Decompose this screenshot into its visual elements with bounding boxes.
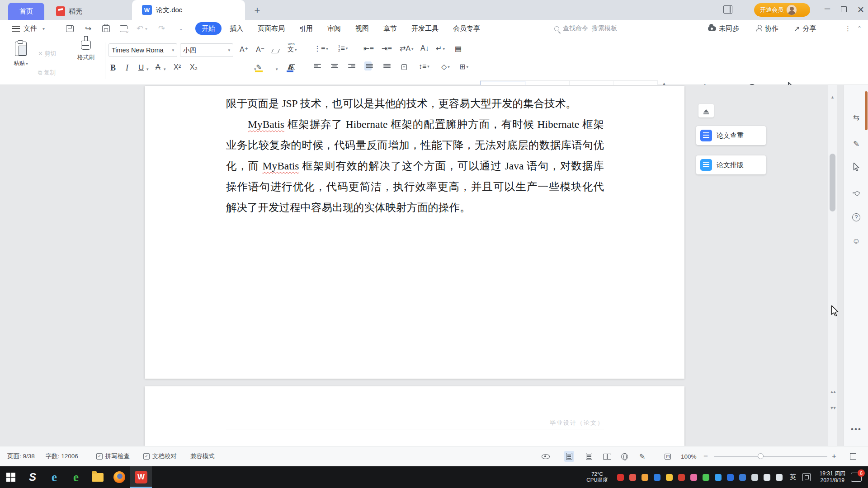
document-line[interactable]: 限于页面是 JSP 技术，也可以是其他的技术，更容易大型开发的集合技术。 (226, 93, 604, 114)
paragraph-layout-button[interactable]: ≡ (401, 64, 407, 70)
command-search-box[interactable]: 查找命令 搜索模板 (554, 20, 617, 37)
zoom-value[interactable]: 100% (681, 453, 697, 460)
undo-button[interactable]: ↶▾ (137, 20, 147, 37)
align-left-button[interactable] (314, 62, 321, 70)
member-badge[interactable]: 开通会员 (754, 3, 810, 17)
tray-bluetooth-icon[interactable] (739, 474, 746, 481)
tab-docer[interactable]: 稻壳 (49, 3, 117, 20)
minimize-button[interactable]: ─ (822, 5, 833, 14)
paper-layout-button[interactable]: 论文排版 (696, 155, 766, 174)
ribbon-tab-引用[interactable]: 引用 (293, 22, 319, 35)
taskbar-wps-active[interactable]: W (130, 466, 152, 488)
file-menu[interactable]: 文件 ▾ (12, 20, 45, 37)
start-button[interactable] (0, 466, 22, 488)
collaborate-button[interactable]: 协作 (756, 20, 778, 37)
document-page-2[interactable]: 毕业设计（论文） (145, 386, 684, 446)
document-line[interactable]: MyBatis 框架摒弃了 Hibernate 框架的配置臃肿方面，有时候 Hi… (226, 114, 604, 135)
tray-power-icon[interactable] (751, 474, 758, 481)
sync-status-button[interactable]: 未同步 (708, 20, 739, 37)
taskbar-clock[interactable]: 19:31 周四 2021/8/19 (820, 470, 845, 484)
increase-indent-button[interactable]: ⇥≡ (382, 44, 392, 53)
borders-button[interactable]: ⊞▾ (459, 62, 468, 71)
tray-manager-orange-icon[interactable] (642, 474, 648, 481)
print-preview-button[interactable] (120, 20, 127, 37)
taskbar-internet-explorer[interactable]: e (43, 466, 65, 488)
tab-document[interactable]: W 论文.doc (132, 0, 245, 20)
subscript-button[interactable]: X₂ (190, 63, 198, 71)
sticker-button[interactable]: ☺ (844, 237, 868, 246)
paper-check-button[interactable]: 论文查重 (696, 126, 766, 145)
read-view-button[interactable] (601, 452, 613, 461)
tray-wechat-green-icon[interactable] (703, 474, 709, 481)
document-line[interactable]: 业务比较复杂的时候，代码量反而增加，性能下降，无法对底层的数据库语句优 (226, 135, 604, 155)
align-center-button[interactable] (331, 62, 338, 70)
tab-home[interactable]: 首页 (8, 3, 44, 20)
bold-button[interactable]: B (110, 63, 116, 73)
decrease-indent-button[interactable]: ⇤≡ (363, 44, 374, 53)
redo-button[interactable]: ↷ (158, 20, 165, 37)
tray-update-red-icon[interactable] (678, 474, 685, 481)
page-view-button[interactable] (564, 451, 574, 462)
show-marks-button[interactable]: ↵▾ (436, 44, 445, 53)
cpu-temperature[interactable]: 72°C CPU温度 (586, 471, 608, 483)
ribbon-tab-视图[interactable]: 视图 (349, 22, 375, 35)
notification-center-button[interactable]: 6 (851, 473, 862, 482)
tray-bell-yellow-icon[interactable] (666, 474, 673, 481)
align-right-button[interactable] (348, 62, 355, 70)
shading-button[interactable]: ◇▾ (441, 62, 450, 71)
more-options-button[interactable]: ⋮ (844, 20, 851, 37)
save-button[interactable] (66, 20, 74, 37)
touch-keyboard-icon[interactable] (802, 473, 811, 481)
spellcheck-toggle[interactable]: ✓ 拼写检查 (96, 452, 130, 460)
font-size-select[interactable]: 小四▾ (180, 43, 233, 57)
interface-layout-icon[interactable] (723, 5, 732, 14)
tab-ruler-button[interactable]: ▤ (455, 44, 462, 53)
page-indicator[interactable]: 页面: 9/38 (7, 452, 35, 460)
panel-collapse-button[interactable] (698, 104, 714, 117)
ribbon-tab-会员专享[interactable]: 会员专享 (447, 22, 486, 35)
scrollbar-thumb[interactable] (830, 154, 835, 211)
new-tab-button[interactable]: + (251, 5, 263, 16)
document-line[interactable]: 操作语句进行优化，代码更简洁，执行效率更高，并且可以生产一些模块化代码， (226, 176, 604, 197)
taskbar-browser-green[interactable]: e (65, 466, 87, 488)
align-distribute-button[interactable] (383, 62, 391, 70)
tray-network-icon[interactable] (764, 474, 770, 481)
scroll-up-icon[interactable]: ▲ (829, 92, 836, 102)
eye-protect-button[interactable] (542, 454, 550, 459)
document-line[interactable]: 解决了开发过程中容易出现的实体映射方面的操作。 (226, 197, 604, 218)
send-to-device-button[interactable]: ⇆ (844, 113, 868, 122)
taskbar-firefox[interactable] (108, 466, 130, 488)
pinyin-guide-button[interactable]: wén文▾ (288, 46, 297, 54)
proofread-toggle[interactable]: ✓ 文档校对 (143, 452, 177, 460)
zoom-in-button[interactable]: + (832, 452, 836, 461)
tray-security-red-icon[interactable] (617, 474, 624, 481)
underline-button[interactable]: U (138, 63, 144, 72)
line-spacing-button[interactable]: ↕≡▾ (419, 62, 429, 70)
close-button[interactable]: ✕ (855, 5, 866, 15)
word-count[interactable]: 字数: 12006 (46, 452, 78, 460)
print-button[interactable] (102, 20, 110, 37)
collapse-ribbon-button[interactable]: ⌃ (857, 20, 862, 37)
export-button[interactable]: ↪ (85, 20, 91, 37)
align-justify-button[interactable] (364, 61, 372, 70)
ribbon-tab-插入[interactable]: 插入 (223, 22, 250, 35)
slider-tool-button[interactable] (844, 188, 868, 197)
clear-format-button[interactable] (272, 48, 279, 55)
numbered-list-button[interactable]: 12≡▾ (338, 44, 348, 52)
fullscreen-button[interactable] (850, 453, 856, 460)
tray-shield-red-icon[interactable] (629, 474, 636, 481)
italic-button[interactable]: I (126, 63, 128, 73)
tray-shield-blue-icon[interactable] (654, 474, 660, 481)
tray-app-lightblue-icon[interactable] (715, 474, 722, 481)
cut-button[interactable]: ✕ 剪切 (38, 50, 57, 58)
ime-indicator[interactable]: 英 (790, 473, 796, 481)
pointer-tool-button[interactable] (844, 163, 868, 174)
rail-scrollbar-thumb[interactable] (865, 91, 868, 130)
restore-button[interactable] (841, 6, 847, 12)
character-border-button[interactable]: A (289, 64, 295, 70)
share-button[interactable]: ↗ 分享 (794, 20, 816, 37)
decrease-font-button[interactable]: A⁻ (256, 45, 264, 54)
tray-volume-icon[interactable] (776, 474, 783, 481)
format-painter-button[interactable]: 格式刷 (71, 41, 100, 61)
tray-drive-blue-icon[interactable] (727, 474, 734, 481)
